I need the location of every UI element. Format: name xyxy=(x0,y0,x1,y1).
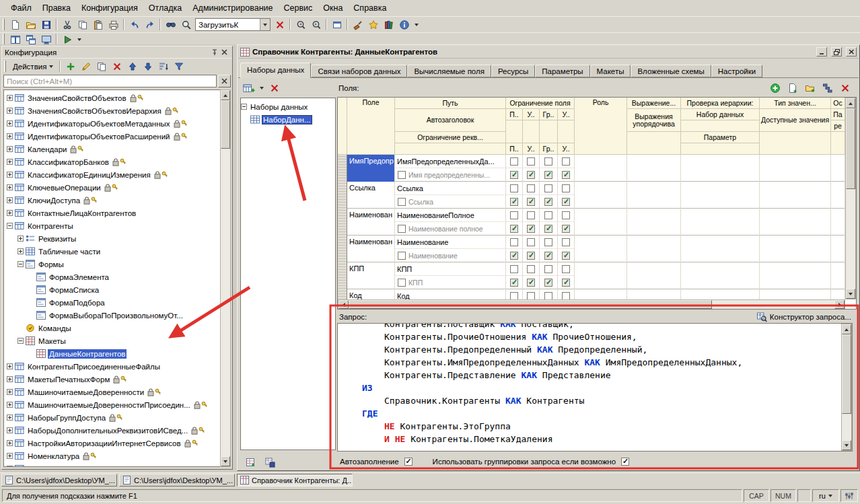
field-path-cell[interactable]: Ссылка xyxy=(395,182,506,195)
collapse-icon[interactable] xyxy=(7,223,13,229)
restriction-checkbox[interactable] xyxy=(510,292,518,300)
redo-icon[interactable] xyxy=(142,17,157,32)
restriction-checkbox[interactable] xyxy=(510,238,518,246)
clear-red-icon[interactable] xyxy=(266,81,282,96)
field-path-cell[interactable]: Код xyxy=(395,289,506,299)
taskbar-button[interactable]: Справочник Контрагенты: Д... xyxy=(237,474,353,487)
empty-cell[interactable] xyxy=(831,236,845,262)
scroll-up-icon[interactable] xyxy=(221,90,230,100)
move-down-icon[interactable] xyxy=(140,59,155,73)
restriction-checkbox[interactable] xyxy=(544,184,552,192)
tree-item[interactable]: МашиночитаемыеДоверенности xyxy=(4,386,221,398)
restriction-checkbox[interactable] xyxy=(562,292,570,300)
syntax-check-icon[interactable] xyxy=(350,17,365,32)
tab-6[interactable]: Вложенные схемы xyxy=(631,65,711,77)
open-folder-icon[interactable] xyxy=(23,17,38,32)
query-editor[interactable]: Контрагенты.Поставщик КАК Поставщик,Конт… xyxy=(337,323,853,452)
close-icon[interactable] xyxy=(219,48,229,57)
empty-cell[interactable] xyxy=(831,182,845,209)
empty-cell[interactable] xyxy=(681,182,760,209)
tab-1[interactable]: Связи наборов данных xyxy=(311,65,407,77)
expand-icon[interactable] xyxy=(7,389,13,395)
row-handle[interactable] xyxy=(338,236,347,262)
zoom-next-icon[interactable] xyxy=(308,17,324,32)
tree-item[interactable]: ФормаСписка xyxy=(4,283,221,296)
menu-item[interactable]: Сервис xyxy=(278,1,318,15)
empty-cell[interactable] xyxy=(681,289,760,299)
attr-restriction-checkbox[interactable] xyxy=(544,252,552,260)
attr-restriction-checkbox[interactable] xyxy=(544,225,552,233)
attr-restriction-checkbox[interactable] xyxy=(510,198,518,206)
clear-red-icon[interactable] xyxy=(109,59,124,73)
language-indicator[interactable]: ru xyxy=(812,489,839,502)
empty-cell[interactable] xyxy=(575,289,627,299)
books-icon[interactable] xyxy=(381,17,396,32)
expand-icon[interactable] xyxy=(7,95,13,101)
expand-icon[interactable] xyxy=(7,146,13,152)
expand-icon[interactable] xyxy=(7,120,13,127)
menu-item[interactable]: Правка xyxy=(37,1,76,15)
attr-restriction-checkbox[interactable] xyxy=(510,279,518,287)
attr-restriction-checkbox[interactable] xyxy=(527,198,535,206)
attr-restriction-checkbox[interactable] xyxy=(562,198,570,206)
tree-item[interactable]: КонтрагентыПрисоединенныеФайлы xyxy=(4,360,221,373)
copy-icon[interactable] xyxy=(94,59,109,73)
tree-item[interactable]: Команды xyxy=(4,322,221,334)
empty-cell[interactable] xyxy=(627,209,681,236)
expand-icon[interactable] xyxy=(7,466,13,467)
add-green-icon[interactable] xyxy=(63,59,78,73)
fields-table-vscrollbar[interactable] xyxy=(845,98,856,299)
field-name-cell[interactable]: Код xyxy=(347,289,395,299)
sort-desc-icon[interactable] xyxy=(155,59,171,73)
tree-item[interactable]: НаборыГруппДоступа xyxy=(4,411,221,424)
minimize-icon[interactable] xyxy=(816,47,827,57)
menu-item[interactable]: Файл xyxy=(5,1,37,15)
input-settings-icon[interactable] xyxy=(840,489,858,502)
empty-cell[interactable] xyxy=(627,236,681,262)
caret-down-icon[interactable] xyxy=(412,17,421,32)
empty-cell[interactable] xyxy=(627,182,681,209)
auto-title-checkbox[interactable] xyxy=(398,171,406,179)
levels-icon[interactable] xyxy=(820,81,835,96)
tree-item[interactable]: ИдентификаторыОбъектовМетаданных xyxy=(4,117,221,130)
scroll-up-icon[interactable] xyxy=(842,324,851,334)
attr-restriction-checkbox[interactable] xyxy=(527,279,535,287)
scroll-down-icon[interactable] xyxy=(221,456,230,466)
tab-5[interactable]: Макеты xyxy=(590,65,631,77)
scroll-thumb[interactable] xyxy=(221,100,230,149)
empty-cell[interactable] xyxy=(681,209,760,236)
restore-icon[interactable] xyxy=(831,47,842,57)
tree-item[interactable]: Табличные части xyxy=(4,245,221,258)
add-folder-icon[interactable] xyxy=(802,81,818,96)
template-new-icon[interactable] xyxy=(242,455,258,469)
expand-icon[interactable] xyxy=(7,427,13,433)
attr-restriction-checkbox[interactable] xyxy=(562,252,570,260)
attr-restriction-checkbox[interactable] xyxy=(562,279,570,287)
toolbar-grip[interactable] xyxy=(3,34,5,45)
edit-pencil-icon[interactable] xyxy=(78,59,94,73)
tree-item[interactable]: ДанныеКонтрагентов xyxy=(4,347,221,360)
expand-icon[interactable] xyxy=(7,210,13,216)
template-save-icon[interactable] xyxy=(262,455,277,469)
restriction-checkbox[interactable] xyxy=(562,184,570,192)
tree-item[interactable]: НаборыДополнительныхРеквизитовИСвед... xyxy=(4,424,221,437)
empty-cell[interactable] xyxy=(760,262,831,289)
tree-item[interactable]: Контрагенты xyxy=(4,219,221,232)
empty-cell[interactable] xyxy=(681,155,760,182)
expand-icon[interactable] xyxy=(7,133,13,139)
attr-restriction-checkbox[interactable] xyxy=(544,279,552,287)
grouping-checkbox[interactable] xyxy=(621,458,629,466)
dataset-root-item[interactable]: Наборы данных xyxy=(241,100,335,113)
tab-2[interactable]: Вычисляемые поля xyxy=(407,65,491,77)
empty-cell[interactable] xyxy=(831,209,845,236)
scroll-up-icon[interactable] xyxy=(846,98,855,108)
restriction-checkbox[interactable] xyxy=(510,265,518,273)
row-handle[interactable] xyxy=(338,289,347,299)
scroll-track[interactable] xyxy=(712,300,834,309)
expand-icon[interactable] xyxy=(17,236,24,242)
zoom-icon[interactable] xyxy=(178,17,194,32)
menu-item[interactable]: Справка xyxy=(348,1,392,15)
restriction-checkbox[interactable] xyxy=(544,211,552,219)
scroll-down-icon[interactable] xyxy=(846,289,855,299)
collapse-icon[interactable] xyxy=(241,104,247,110)
